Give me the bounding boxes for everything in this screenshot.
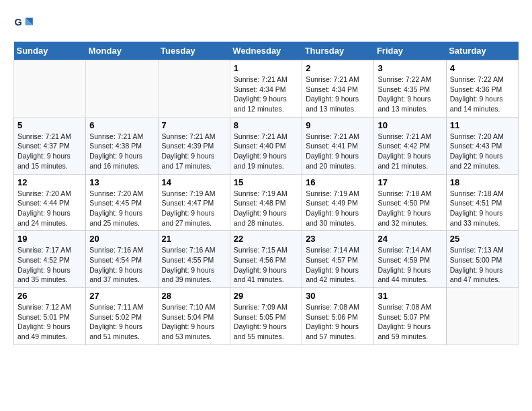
calendar-cell xyxy=(14,60,86,118)
svg-text:G: G xyxy=(15,17,22,28)
day-number: 29 xyxy=(234,291,298,301)
calendar-cell: 17Sunrise: 7:18 AM Sunset: 4:50 PM Dayli… xyxy=(374,174,446,231)
day-number: 3 xyxy=(378,63,442,73)
calendar-cell: 7Sunrise: 7:21 AM Sunset: 4:39 PM Daylig… xyxy=(158,117,230,174)
day-number: 22 xyxy=(234,234,298,244)
calendar-cell xyxy=(158,60,230,118)
dow-thursday: Thursday xyxy=(302,42,374,60)
day-info: Sunrise: 7:17 AM Sunset: 4:52 PM Dayligh… xyxy=(17,245,82,285)
calendar-cell: 16Sunrise: 7:19 AM Sunset: 4:49 PM Dayli… xyxy=(302,174,374,231)
day-info: Sunrise: 7:14 AM Sunset: 4:59 PM Dayligh… xyxy=(378,245,442,285)
day-number: 26 xyxy=(17,291,82,301)
day-info: Sunrise: 7:21 AM Sunset: 4:37 PM Dayligh… xyxy=(17,132,82,171)
day-number: 21 xyxy=(162,234,226,244)
day-info: Sunrise: 7:20 AM Sunset: 4:43 PM Dayligh… xyxy=(450,132,515,171)
logo: G xyxy=(13,13,38,35)
calendar-cell: 10Sunrise: 7:21 AM Sunset: 4:42 PM Dayli… xyxy=(374,117,446,174)
dow-sunday: Sunday xyxy=(14,42,86,60)
calendar-week-5: 26Sunrise: 7:12 AM Sunset: 5:01 PM Dayli… xyxy=(14,288,519,345)
day-info: Sunrise: 7:14 AM Sunset: 4:57 PM Dayligh… xyxy=(306,245,370,285)
day-number: 1 xyxy=(234,63,298,73)
day-info: Sunrise: 7:21 AM Sunset: 4:34 PM Dayligh… xyxy=(306,75,370,114)
day-info: Sunrise: 7:18 AM Sunset: 4:51 PM Dayligh… xyxy=(450,189,515,228)
day-info: Sunrise: 7:10 AM Sunset: 5:04 PM Dayligh… xyxy=(162,302,226,342)
day-number: 28 xyxy=(162,291,226,301)
day-info: Sunrise: 7:21 AM Sunset: 4:42 PM Dayligh… xyxy=(378,132,442,171)
calendar-cell: 5Sunrise: 7:21 AM Sunset: 4:37 PM Daylig… xyxy=(14,117,86,174)
calendar-cell xyxy=(86,60,158,118)
calendar-cell: 20Sunrise: 7:16 AM Sunset: 4:54 PM Dayli… xyxy=(86,231,158,288)
calendar-week-4: 19Sunrise: 7:17 AM Sunset: 4:52 PM Dayli… xyxy=(14,231,519,288)
calendar-cell: 4Sunrise: 7:22 AM Sunset: 4:36 PM Daylig… xyxy=(446,60,518,118)
day-number: 13 xyxy=(89,177,154,187)
day-info: Sunrise: 7:08 AM Sunset: 5:07 PM Dayligh… xyxy=(378,302,442,342)
day-number: 27 xyxy=(89,291,154,301)
logo-icon: G xyxy=(13,13,35,35)
calendar-cell: 26Sunrise: 7:12 AM Sunset: 5:01 PM Dayli… xyxy=(14,288,86,345)
calendar-cell: 11Sunrise: 7:20 AM Sunset: 4:43 PM Dayli… xyxy=(446,117,518,174)
calendar-week-3: 12Sunrise: 7:20 AM Sunset: 4:44 PM Dayli… xyxy=(14,174,519,231)
day-info: Sunrise: 7:19 AM Sunset: 4:48 PM Dayligh… xyxy=(234,189,298,228)
day-number: 5 xyxy=(17,120,82,130)
calendar-cell: 31Sunrise: 7:08 AM Sunset: 5:07 PM Dayli… xyxy=(374,288,446,345)
day-number: 16 xyxy=(306,177,370,187)
day-number: 6 xyxy=(89,120,154,130)
day-info: Sunrise: 7:22 AM Sunset: 4:36 PM Dayligh… xyxy=(450,75,515,114)
day-number: 20 xyxy=(89,234,154,244)
calendar-cell: 25Sunrise: 7:13 AM Sunset: 5:00 PM Dayli… xyxy=(446,231,518,288)
day-number: 8 xyxy=(234,120,298,130)
day-number: 23 xyxy=(306,234,370,244)
calendar-cell: 21Sunrise: 7:16 AM Sunset: 4:55 PM Dayli… xyxy=(158,231,230,288)
day-number: 30 xyxy=(306,291,370,301)
calendar-cell: 13Sunrise: 7:20 AM Sunset: 4:45 PM Dayli… xyxy=(86,174,158,231)
day-info: Sunrise: 7:20 AM Sunset: 4:45 PM Dayligh… xyxy=(89,189,154,228)
day-number: 19 xyxy=(17,234,82,244)
calendar-cell: 12Sunrise: 7:20 AM Sunset: 4:44 PM Dayli… xyxy=(14,174,86,231)
day-number: 10 xyxy=(378,120,442,130)
calendar-cell: 3Sunrise: 7:22 AM Sunset: 4:35 PM Daylig… xyxy=(374,60,446,118)
day-info: Sunrise: 7:19 AM Sunset: 4:49 PM Dayligh… xyxy=(306,189,370,228)
calendar-cell: 30Sunrise: 7:08 AM Sunset: 5:06 PM Dayli… xyxy=(302,288,374,345)
calendar-cell: 24Sunrise: 7:14 AM Sunset: 4:59 PM Dayli… xyxy=(374,231,446,288)
day-info: Sunrise: 7:15 AM Sunset: 4:56 PM Dayligh… xyxy=(234,245,298,285)
calendar-cell: 23Sunrise: 7:14 AM Sunset: 4:57 PM Dayli… xyxy=(302,231,374,288)
day-number: 7 xyxy=(162,120,226,130)
calendar-table: SundayMondayTuesdayWednesdayThursdayFrid… xyxy=(13,42,519,345)
day-info: Sunrise: 7:19 AM Sunset: 4:47 PM Dayligh… xyxy=(162,189,226,228)
calendar-cell: 28Sunrise: 7:10 AM Sunset: 5:04 PM Dayli… xyxy=(158,288,230,345)
calendar-cell: 18Sunrise: 7:18 AM Sunset: 4:51 PM Dayli… xyxy=(446,174,518,231)
day-info: Sunrise: 7:13 AM Sunset: 5:00 PM Dayligh… xyxy=(450,245,515,285)
day-number: 9 xyxy=(306,120,370,130)
day-info: Sunrise: 7:16 AM Sunset: 4:55 PM Dayligh… xyxy=(162,245,226,285)
dow-monday: Monday xyxy=(86,42,158,60)
day-info: Sunrise: 7:18 AM Sunset: 4:50 PM Dayligh… xyxy=(378,189,442,228)
calendar-cell xyxy=(446,288,518,345)
day-info: Sunrise: 7:21 AM Sunset: 4:34 PM Dayligh… xyxy=(234,75,298,114)
day-number: 17 xyxy=(378,177,442,187)
calendar-week-2: 5Sunrise: 7:21 AM Sunset: 4:37 PM Daylig… xyxy=(14,117,519,174)
day-number: 14 xyxy=(162,177,226,187)
calendar-cell: 14Sunrise: 7:19 AM Sunset: 4:47 PM Dayli… xyxy=(158,174,230,231)
calendar-cell: 15Sunrise: 7:19 AM Sunset: 4:48 PM Dayli… xyxy=(230,174,302,231)
day-number: 15 xyxy=(234,177,298,187)
day-number: 11 xyxy=(450,120,515,130)
calendar-week-1: 1Sunrise: 7:21 AM Sunset: 4:34 PM Daylig… xyxy=(14,60,519,118)
day-number: 25 xyxy=(450,234,515,244)
calendar-cell: 29Sunrise: 7:09 AM Sunset: 5:05 PM Dayli… xyxy=(230,288,302,345)
day-number: 2 xyxy=(306,63,370,73)
dow-tuesday: Tuesday xyxy=(158,42,230,60)
day-number: 12 xyxy=(17,177,82,187)
page-header: G xyxy=(13,13,519,35)
day-info: Sunrise: 7:21 AM Sunset: 4:40 PM Dayligh… xyxy=(234,132,298,171)
calendar-cell: 27Sunrise: 7:11 AM Sunset: 5:02 PM Dayli… xyxy=(86,288,158,345)
day-info: Sunrise: 7:16 AM Sunset: 4:54 PM Dayligh… xyxy=(89,245,154,285)
dow-saturday: Saturday xyxy=(446,42,518,60)
dow-wednesday: Wednesday xyxy=(230,42,302,60)
day-info: Sunrise: 7:09 AM Sunset: 5:05 PM Dayligh… xyxy=(234,302,298,342)
calendar-cell: 9Sunrise: 7:21 AM Sunset: 4:41 PM Daylig… xyxy=(302,117,374,174)
dow-friday: Friday xyxy=(374,42,446,60)
day-number: 18 xyxy=(450,177,515,187)
calendar-cell: 22Sunrise: 7:15 AM Sunset: 4:56 PM Dayli… xyxy=(230,231,302,288)
calendar-cell: 6Sunrise: 7:21 AM Sunset: 4:38 PM Daylig… xyxy=(86,117,158,174)
calendar-cell: 1Sunrise: 7:21 AM Sunset: 4:34 PM Daylig… xyxy=(230,60,302,118)
